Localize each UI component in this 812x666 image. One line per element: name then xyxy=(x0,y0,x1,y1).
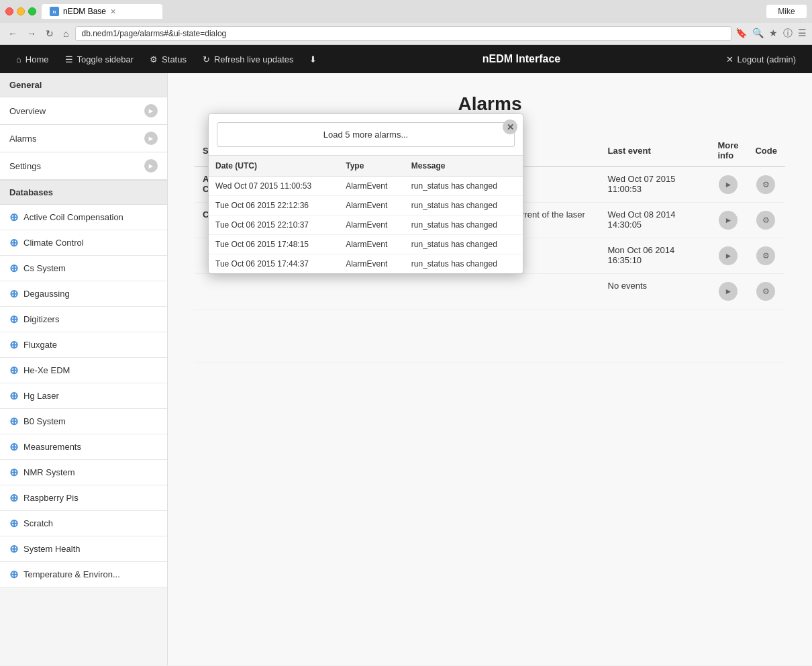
address-bar[interactable] xyxy=(75,26,731,41)
star-icon[interactable]: ★ xyxy=(769,28,778,40)
alarm-code-0: ⚙ xyxy=(747,166,785,203)
alarm-more-1: ► xyxy=(709,203,747,238)
code-btn-2[interactable]: ⚙ xyxy=(756,246,775,265)
plus-icon-cs: ⊕ xyxy=(9,262,18,275)
search-icon[interactable]: 🔍 xyxy=(752,28,764,40)
sidebar-item-settings-label: Settings xyxy=(9,161,41,171)
code-btn-3[interactable]: ⚙ xyxy=(756,282,775,301)
sidebar-db-item-b0[interactable]: ⊕ B0 System xyxy=(0,409,167,434)
plus-icon-scratch: ⊕ xyxy=(9,517,18,530)
dialog-date-4: Tue Oct 06 2015 17:44:37 xyxy=(209,254,339,274)
alarm-event-2: Mon Oct 06 2014 16:35:10 xyxy=(600,238,710,274)
sidebar-db-item-active-coil[interactable]: ⊕ Active Coil Compensation xyxy=(0,205,167,230)
more-info-btn-2[interactable]: ► xyxy=(719,246,738,265)
dialog-type-0: AlarmEvent xyxy=(339,177,405,196)
logout-label: Logout (admin) xyxy=(738,54,796,64)
home-button[interactable]: ⌂ xyxy=(60,27,71,40)
sidebar-db-item-temperature[interactable]: ⊕ Temperature & Environ... xyxy=(0,562,167,587)
dialog-message-3: run_status has changed xyxy=(405,235,523,254)
logout-nav-item[interactable]: ✕ Logout (admin) xyxy=(718,45,804,73)
code-btn-1[interactable]: ⚙ xyxy=(756,211,775,230)
menu-icon[interactable]: ☰ xyxy=(798,28,807,40)
refresh-nav-item[interactable]: ↻ Refresh live updates xyxy=(195,45,302,73)
alarm-name-3 xyxy=(312,274,397,310)
sidebar-db-item-scratch[interactable]: ⊕ Scratch xyxy=(0,511,167,536)
gear-icon: ⚙ xyxy=(150,54,158,64)
dialog-message-4: run_status has changed xyxy=(405,254,523,274)
download-icon: ⬇ xyxy=(309,54,317,64)
alarm-event-3: No events xyxy=(600,274,710,310)
home-nav-item[interactable]: ⌂ Home xyxy=(8,45,57,73)
col-last-event: Last event xyxy=(600,135,710,166)
more-info-btn-1[interactable]: ► xyxy=(719,211,738,230)
plus-icon-digitizers: ⊕ xyxy=(9,313,18,326)
info-icon[interactable]: ⓘ xyxy=(783,28,793,40)
sidebar-db-item-system-health[interactable]: ⊕ System Health xyxy=(0,536,167,562)
plus-icon-degaussing: ⊕ xyxy=(9,287,18,300)
toggle-sidebar-nav-item[interactable]: ☰ Toggle sidebar xyxy=(57,45,142,73)
bookmark-icon[interactable]: 🔖 xyxy=(735,28,747,40)
alarm-more-3: ► xyxy=(709,274,747,310)
alarm-system-3 xyxy=(195,274,312,310)
user-badge: Mike xyxy=(766,5,807,18)
dialog-type-3: AlarmEvent xyxy=(339,235,405,254)
refresh-icon: ↻ xyxy=(203,54,210,64)
dialog-date-0: Wed Oct 07 2015 11:00:53 xyxy=(209,177,339,196)
browser-tab[interactable]: n nEDM Base ✕ xyxy=(42,4,162,19)
reload-button[interactable]: ↻ xyxy=(43,27,56,40)
page-title: Alarms xyxy=(195,93,785,115)
sidebar-item-overview-label: Overview xyxy=(9,106,46,116)
sidebar-db-item-fluxgate[interactable]: ⊕ Fluxgate xyxy=(0,332,167,358)
alarm-desc-3 xyxy=(397,274,599,310)
forward-button[interactable]: → xyxy=(24,27,39,40)
code-btn-0[interactable]: ⚙ xyxy=(756,175,775,194)
alarm-event-1: Wed Oct 08 2014 14:30:05 xyxy=(600,203,710,238)
dialog-message-1: run_status has changed xyxy=(405,196,523,216)
dialog-row-2: Tue Oct 06 2015 22:10:37 AlarmEvent run_… xyxy=(209,216,523,235)
browser-toolbar: ← → ↻ ⌂ 🔖 🔍 ★ ⓘ ☰ xyxy=(0,23,812,44)
sidebar-item-alarms-label: Alarms xyxy=(9,134,36,144)
home-label: Home xyxy=(26,54,49,64)
sidebar-item-settings[interactable]: Settings ► xyxy=(0,152,167,180)
dialog-close-button[interactable]: ✕ xyxy=(503,120,517,134)
sidebar-db-item-cs-label: Cs System xyxy=(23,263,66,273)
sidebar-db-item-digitizers[interactable]: ⊕ Digitizers xyxy=(0,307,167,332)
plus-icon-fluxgate: ⊕ xyxy=(9,338,18,351)
sidebar-db-item-hglaser[interactable]: ⊕ Hg Laser xyxy=(0,383,167,409)
dialog-col-date: Date (UTC) xyxy=(209,156,339,177)
tab-close-icon[interactable]: ✕ xyxy=(110,7,116,16)
sidebar-db-item-climate[interactable]: ⊕ Climate Control xyxy=(0,230,167,256)
browser-titlebar: n nEDM Base ✕ Mike xyxy=(0,0,812,23)
download-nav-item[interactable]: ⬇ xyxy=(301,45,325,73)
more-info-btn-0[interactable]: ► xyxy=(719,175,738,194)
col-code: Code xyxy=(747,135,785,166)
plus-icon-measurements: ⊕ xyxy=(9,440,18,453)
sidebar-db-item-nmr[interactable]: ⊕ NMR System xyxy=(0,460,167,485)
status-nav-item[interactable]: ⚙ Status xyxy=(142,45,195,73)
tab-label: nEDM Base xyxy=(63,7,106,16)
alarm-row-3: No events ► ⚙ xyxy=(195,274,785,310)
more-info-btn-3[interactable]: ► xyxy=(719,282,738,301)
sidebar-item-overview[interactable]: Overview ► xyxy=(0,97,167,125)
alarm-code-2: ⚙ xyxy=(747,238,785,274)
sidebar-db-item-cs[interactable]: ⊕ Cs System xyxy=(0,256,167,281)
browser-chrome: n nEDM Base ✕ Mike ← → ↻ ⌂ 🔖 🔍 ★ ⓘ ☰ xyxy=(0,0,812,45)
dialog-events-table: Date (UTC) Type Message Wed Oct 07 2015 … xyxy=(209,155,523,273)
maximize-dot[interactable] xyxy=(28,7,36,15)
alarm-event-0: Wed Oct 07 2015 11:00:53 xyxy=(600,166,710,203)
sidebar-db-item-climate-label: Climate Control xyxy=(23,238,84,248)
url-input[interactable] xyxy=(81,29,725,38)
sidebar-db-item-raspberry[interactable]: ⊕ Raspberry Pis xyxy=(0,485,167,511)
sidebar-db-item-degaussing[interactable]: ⊕ Degaussing xyxy=(0,281,167,307)
load-more-button[interactable]: Load 5 more alarms... xyxy=(217,122,515,147)
back-button[interactable]: ← xyxy=(5,27,20,40)
sidebar-item-alarms[interactable]: Alarms ► xyxy=(0,125,167,152)
plus-icon-b0: ⊕ xyxy=(9,415,18,428)
minimize-dot[interactable] xyxy=(17,7,25,15)
sidebar-db-item-hexe-label: He-Xe EDM xyxy=(23,365,70,375)
app-brand: nEDM Interface xyxy=(325,53,717,65)
sidebar-icon: ☰ xyxy=(65,54,73,64)
sidebar-db-item-measurements[interactable]: ⊕ Measurements xyxy=(0,434,167,460)
sidebar-db-item-hexe[interactable]: ⊕ He-Xe EDM xyxy=(0,358,167,383)
close-dot[interactable] xyxy=(5,7,13,15)
